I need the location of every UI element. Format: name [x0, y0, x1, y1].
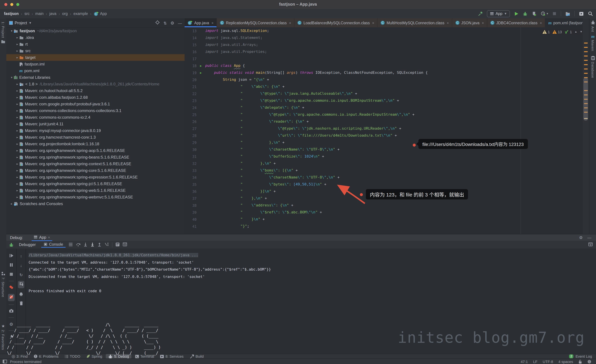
line-number[interactable]: 38 [185, 203, 197, 207]
tool-stripe-maven[interactable]: mMaven [589, 35, 596, 51]
warning-stripe-mark[interactable] [584, 56, 588, 57]
tree-item[interactable]: ▾fastjson ~/d4m1ts/java/fastjson [6, 28, 185, 34]
inspections-widget[interactable]: 1131▲▼ [540, 29, 583, 35]
code-area[interactable]: 13import java.sql.SQLException;14import … [185, 27, 583, 234]
tree-item[interactable]: ▾External Libraries [6, 74, 185, 81]
file-encoding[interactable]: UTF-8 [543, 359, 553, 364]
line-number[interactable]: 20 [185, 78, 197, 82]
step-over-button[interactable] [76, 242, 80, 247]
line-number[interactable]: 33 [185, 168, 197, 172]
line-number[interactable]: 39 [185, 210, 197, 214]
step-into-button[interactable] [83, 242, 87, 247]
line-number[interactable]: 13 [185, 29, 197, 33]
close-icon[interactable]: × [540, 21, 542, 25]
editor-tab[interactable]: CMultiHostMySQLConnection.class× [378, 18, 452, 27]
breadcrumb-item[interactable]: main [35, 12, 44, 16]
breadcrumb-item[interactable]: CApp [94, 11, 107, 16]
run-cursor-button[interactable] [104, 242, 109, 247]
stop-button[interactable] [552, 12, 556, 16]
lock-icon[interactable] [578, 359, 582, 364]
tool-stripe-ant[interactable]: Ant [589, 20, 596, 32]
tree-item[interactable]: ▸Maven: junit:junit:4.11 [6, 121, 185, 127]
tree-item[interactable]: ▸src [6, 48, 185, 54]
tree-item[interactable]: ▸< 1.8 > /Library/Java/JavaVirtualMachin… [6, 81, 185, 87]
line-number[interactable]: 25 [185, 113, 197, 116]
close-icon[interactable]: × [289, 21, 291, 25]
profiler-button[interactable]: ▾ [541, 11, 548, 16]
evaluate-button[interactable] [115, 242, 119, 247]
line-number[interactable]: 18 [185, 64, 197, 68]
run-gutter-icon[interactable]: ▶ [197, 64, 205, 67]
tree-item[interactable]: ▸Maven: org.springframework:spring-core:… [6, 167, 185, 174]
tree-item[interactable]: ▸Maven: org.springframework:spring-beans… [6, 154, 185, 160]
editor-tab[interactable]: CLoadBalancedMySQLConnection.class× [295, 18, 378, 27]
list-button[interactable] [68, 242, 73, 247]
run-button[interactable] [514, 11, 519, 16]
caret-position[interactable]: 47:1 [521, 359, 528, 364]
line-number[interactable]: 29 [185, 140, 197, 145]
run-configuration-selector[interactable]: App▼ [487, 10, 510, 17]
warning-stripe-mark[interactable] [584, 60, 588, 61]
line-number[interactable]: 41 [185, 224, 197, 228]
breadcrumb-item[interactable]: org [62, 12, 68, 16]
toolwindow-button-build[interactable]: Build [187, 354, 206, 359]
editor[interactable]: CApp.java×CReplicationMySQLConnection.cl… [185, 18, 583, 234]
next-issue-icon[interactable]: ▼ [580, 30, 582, 33]
settings-gear-icon[interactable]: ⚙ [579, 235, 583, 240]
editor-scrollbar-error-stripe[interactable] [583, 18, 589, 234]
tree-item[interactable]: ▸Maven: commons-io:commons-io:2.4 [6, 114, 185, 121]
close-icon[interactable]: × [447, 21, 449, 25]
close-icon[interactable]: × [372, 21, 374, 25]
prev-issue-icon[interactable]: ▲ [574, 30, 577, 33]
tree-item[interactable]: ▸Maven: com.google.protobuf:protobuf-jav… [6, 101, 185, 107]
line-number[interactable]: 35 [185, 182, 197, 186]
line-ending[interactable]: LF [533, 359, 537, 364]
warning-stripe-mark[interactable] [584, 47, 588, 48]
camera-button[interactable] [9, 308, 14, 314]
inspection-warn-weak[interactable]: 1 [543, 30, 550, 34]
restore-button[interactable]: ↻ [19, 272, 23, 277]
tree-item[interactable]: ▸Maven: cn.hutool:hutool-all:5.5.2 [6, 87, 185, 94]
hide-panel-icon[interactable]: — [587, 235, 591, 240]
close-icon[interactable]: × [48, 235, 50, 239]
line-number[interactable]: 16 [185, 50, 197, 54]
close-icon[interactable]: × [482, 21, 484, 25]
tree-item[interactable]: ▸Maven: org.projectlombok:lombok:1.16.18 [6, 141, 185, 147]
arrow-down-button[interactable]: ↓ [20, 262, 22, 268]
tree-item[interactable]: ▸rt [6, 41, 185, 48]
line-number[interactable]: 26 [185, 119, 197, 124]
toolwindow-button-8-services[interactable]: 8: Services [158, 354, 186, 359]
run-gutter-icon[interactable]: ▶ [197, 71, 205, 74]
breadcrumb-item[interactable]: src [24, 12, 30, 16]
debug-session-tab[interactable]: App × [31, 234, 52, 241]
tree-item[interactable]: ▸Maven: org.springframework:spring-web:5… [6, 187, 185, 194]
collapse-button[interactable]: ⇅ [164, 20, 167, 26]
tree-item[interactable]: ▸Maven: org.springframework:spring-jcl:5… [6, 181, 185, 187]
tree-item[interactable]: ▸Maven: org.springframework:spring-webmv… [6, 194, 185, 200]
resume-button[interactable] [9, 253, 14, 259]
printer-button[interactable] [19, 291, 23, 298]
tree-item[interactable]: ▸Maven: com.alibaba:fastjson:1.2.68 [6, 94, 185, 101]
layout-button[interactable] [123, 242, 127, 247]
debug-tab-debugger[interactable]: Debugger [17, 242, 38, 247]
tool-window-toggle-icon[interactable] [3, 360, 7, 363]
tree-item[interactable]: ▸Maven: org.springframework:spring-conte… [6, 160, 185, 167]
line-number[interactable]: 14 [185, 36, 197, 40]
trash-button[interactable] [19, 301, 23, 307]
warning-stripe-mark[interactable] [584, 51, 588, 52]
search-button[interactable] [588, 11, 593, 16]
tree-item[interactable]: ▸Maven: org.springframework:spring-expre… [6, 174, 185, 181]
line-number[interactable]: 17 [185, 57, 197, 61]
debug-bug-button[interactable] [523, 11, 528, 16]
breadcrumb-item[interactable]: java [49, 12, 56, 16]
line-number[interactable]: 34 [185, 175, 197, 179]
warning-stripe-mark[interactable] [584, 73, 588, 74]
force-step-button[interactable] [90, 242, 94, 247]
inspection-warn[interactable]: 13 [552, 30, 562, 34]
editor-tab[interactable]: CReplicationMySQLConnection.class× [217, 18, 295, 27]
warning-stripe-mark[interactable] [584, 64, 588, 65]
tool-stripe-database[interactable]: Database [589, 56, 596, 78]
warning-stripe-mark[interactable] [584, 43, 588, 44]
indicator-icon[interactable] [587, 359, 591, 364]
editor-tab[interactable]: CJSON.java× [452, 18, 487, 27]
